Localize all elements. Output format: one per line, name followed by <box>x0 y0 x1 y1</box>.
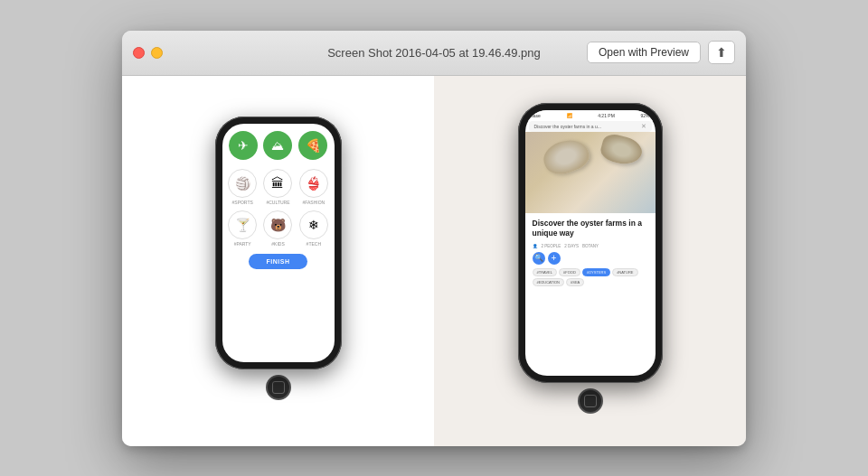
article-meta: 👤 2 PEOPLE 2 DAYS BOTANY <box>533 244 648 248</box>
tech-label: #TECH <box>307 241 321 247</box>
time-label: 4:21 PM <box>598 113 615 118</box>
main-window: ✕ Screen Shot 2016-04-05 at 19.46.49.png… <box>122 31 746 446</box>
phone1-screen: ✈ ⛰ 🍕 🏐 #SPORTS <box>222 124 335 362</box>
address-text: Discover the oyster farms in a u... <box>534 124 601 129</box>
party-icon: 🍸 <box>235 218 250 232</box>
search-button[interactable]: 🔍 <box>533 252 545 265</box>
kids-icon: 🐻 <box>270 218 286 232</box>
tech-icon: ❄ <box>308 218 319 232</box>
close-button[interactable]: ✕ <box>133 47 145 59</box>
phone2-outer: Base 📶 4:21 PM 92% Discover the oyster f… <box>518 103 663 383</box>
share-button[interactable]: ⬆ <box>708 41 735 64</box>
plus-button[interactable]: + <box>548 252 561 265</box>
interest-kids: 🐻 #KIDS <box>263 210 293 247</box>
phone1-home-button[interactable] <box>266 375 291 400</box>
interest-grid: 🏐 #SPORTS 🏛 #CULTURE <box>228 169 329 247</box>
traffic-lights: ✕ <box>133 47 163 59</box>
party-icon-wrap[interactable]: 🍸 <box>228 210 257 239</box>
interest-fashion: 👙 #FASHION <box>298 169 328 205</box>
phone2-article: Discover the oyster farms in a unique wa… <box>525 213 656 376</box>
oyster-image <box>525 132 656 213</box>
tag-oysters[interactable]: #OYSTERS <box>582 268 610 276</box>
people-icon: 👤 <box>533 244 538 248</box>
top-tag-travel: ✈ <box>229 131 258 160</box>
top-tag-food: 🍕 <box>298 131 327 160</box>
phone2-screen: Base 📶 4:21 PM 92% Discover the oyster f… <box>525 110 656 376</box>
sports-label: #SPORTS <box>232 200 253 205</box>
tag-sea[interactable]: #SEA <box>566 278 584 286</box>
carrier-label: Base <box>531 113 541 118</box>
interest-tech: ❄ #TECH <box>298 210 328 247</box>
party-label: #PARTY <box>234 241 251 247</box>
interest-culture: 🏛 #CULTURE <box>263 169 293 205</box>
finish-button[interactable]: FINISH <box>249 254 308 269</box>
culture-icon: 🏛 <box>271 176 284 191</box>
type-label: BOTANY <box>582 244 599 248</box>
close-icon: ✕ <box>136 49 142 57</box>
kids-icon-wrap[interactable]: 🐻 <box>263 210 292 239</box>
phone2-address-bar[interactable]: Discover the oyster farms in a u... ✕ <box>529 121 652 132</box>
phone2-content: Base 📶 4:21 PM 92% Discover the oyster f… <box>525 110 656 376</box>
fashion-icon-wrap[interactable]: 👙 <box>299 169 328 198</box>
wifi-icon: 📶 <box>567 113 572 118</box>
phone1-outer: ✈ ⛰ 🍕 🏐 #SPORTS <box>215 117 342 369</box>
phone2-statusbar: Base 📶 4:21 PM 92% <box>525 110 656 121</box>
culture-icon-wrap[interactable]: 🏛 <box>263 169 292 198</box>
sports-icon-wrap[interactable]: 🏐 <box>228 169 257 198</box>
plus-icon: + <box>552 254 557 263</box>
content-area: ✈ ⛰ 🍕 🏐 #SPORTS <box>122 76 746 446</box>
culture-label: #CULTURE <box>266 200 289 205</box>
tag-nature[interactable]: #NATURE <box>612 268 637 276</box>
phone1-content: ✈ ⛰ 🍕 🏐 #SPORTS <box>222 124 335 362</box>
titlebar-center: Screen Shot 2016-04-05 at 19.46.49.png <box>327 46 541 60</box>
article-title: Discover the oyster farms in a unique wa… <box>533 219 648 238</box>
top-tag-adventure: ⛰ <box>263 131 292 160</box>
search-row: 🔍 + <box>533 252 648 265</box>
fashion-label: #FASHION <box>302 200 325 205</box>
tags-row: #TRAVEL #FOOD #OYSTERS #NATURE #EDUCATIO… <box>533 268 648 286</box>
interest-sports: 🏐 #SPORTS <box>228 169 258 205</box>
search-icon: 🔍 <box>534 254 543 262</box>
window-title: Screen Shot 2016-04-05 at 19.46.49.png <box>327 46 541 60</box>
phone2: Base 📶 4:21 PM 92% Discover the oyster f… <box>518 103 663 419</box>
phone1: ✈ ⛰ 🍕 🏐 #SPORTS <box>215 117 342 406</box>
tag-travel[interactable]: #TRAVEL <box>533 268 558 276</box>
left-panel: ✈ ⛰ 🍕 🏐 #SPORTS <box>122 76 434 446</box>
minimize-button[interactable] <box>151 47 163 59</box>
days-count: 2 DAYS <box>564 244 579 248</box>
tag-food[interactable]: #FOOD <box>559 268 580 276</box>
right-panel: Base 📶 4:21 PM 92% Discover the oyster f… <box>434 76 746 446</box>
titlebar-actions: Open with Preview ⬆ <box>587 41 735 64</box>
fashion-icon: 👙 <box>306 176 321 191</box>
battery-label: 92% <box>640 113 649 118</box>
tech-icon-wrap[interactable]: ❄ <box>299 210 328 239</box>
tag-education[interactable]: #EDUCATION <box>533 278 564 286</box>
kids-label: #KIDS <box>271 241 284 247</box>
titlebar: ✕ Screen Shot 2016-04-05 at 19.46.49.png… <box>122 31 746 76</box>
open-preview-button[interactable]: Open with Preview <box>587 42 701 63</box>
address-close-icon[interactable]: ✕ <box>641 123 646 130</box>
phone2-home-button[interactable] <box>578 388 603 414</box>
people-count: 2 PEOPLE <box>542 244 561 248</box>
share-icon: ⬆ <box>716 45 727 60</box>
sports-icon: 🏐 <box>235 176 250 191</box>
interest-party: 🍸 #PARTY <box>228 210 258 247</box>
top-tags-row: ✈ ⛰ 🍕 <box>228 131 329 160</box>
